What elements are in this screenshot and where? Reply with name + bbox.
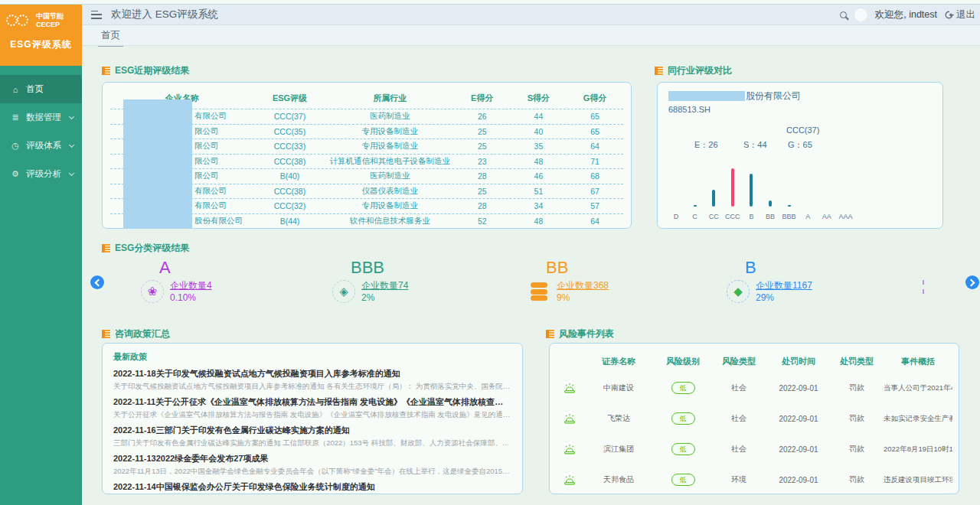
cell: 57 bbox=[567, 201, 623, 210]
cell: 25 bbox=[454, 142, 511, 151]
search-icon[interactable] bbox=[840, 11, 847, 18]
cell: CCC(35) bbox=[254, 127, 326, 136]
news-item-title[interactable]: 2022-11-11关于公开征求《企业温室气体排放核算方法与报告指南 发电设施》… bbox=[113, 396, 511, 407]
database-icon bbox=[531, 282, 547, 301]
hamburger-icon[interactable] bbox=[91, 11, 102, 19]
company-count-link[interactable]: 企业数量74 bbox=[361, 279, 408, 292]
cell: 医药制造业 bbox=[325, 171, 454, 181]
sidebar-item-label: 评级体系 bbox=[26, 140, 61, 152]
recent-ratings-title: ESG近期评级结果 bbox=[102, 64, 189, 77]
risk-type: 社会 bbox=[712, 444, 766, 454]
company-count-link[interactable]: 企业数量1167 bbox=[756, 279, 812, 292]
penalty-date: 2022-09-01 bbox=[766, 476, 831, 484]
card-texts: 企业数量116729% bbox=[756, 279, 812, 304]
cell: B(40) bbox=[254, 171, 326, 181]
risk-event-row[interactable]: 天邦食品低环境2022-09-01罚款违反建设项目竣工环境保护验收制度 bbox=[556, 464, 952, 494]
cell: 67 bbox=[567, 187, 623, 196]
cell: B(44) bbox=[254, 217, 326, 226]
cell: 软件和信息技术服务业 bbox=[325, 216, 454, 226]
sidebar-item-home[interactable]: ⌂首页 bbox=[0, 75, 82, 103]
card-texts: 企业数量3689% bbox=[557, 279, 609, 304]
section-grid-icon bbox=[546, 330, 554, 338]
risk-level: 低 bbox=[654, 474, 712, 486]
chevron-down-icon bbox=[69, 114, 74, 119]
cell: CCC(33) bbox=[254, 142, 326, 151]
siren-icon bbox=[556, 413, 583, 425]
penalty-type: 罚款 bbox=[831, 413, 882, 424]
siren-icon bbox=[556, 474, 583, 486]
cell: 40 bbox=[511, 127, 567, 136]
cell: 52 bbox=[454, 217, 511, 226]
sidebar: 中国节能CECEP ESG评级系统 ⌂首页≣数据管理◷评级体系⚙评级分析 bbox=[0, 5, 82, 505]
card-row: 企业数量3689% bbox=[528, 279, 678, 304]
news-list: 2022-11-18关于印发气候投融资试点地方气候投融资项目入库参考标准的通知关… bbox=[113, 368, 511, 492]
clock-icon: ◷ bbox=[9, 141, 21, 151]
database-icon bbox=[528, 280, 550, 303]
bar-BB bbox=[769, 200, 772, 207]
category-results-title: ESG分类评级结果 bbox=[102, 242, 189, 255]
category-card-A: A❀企业数量40.10% bbox=[115, 259, 291, 304]
grade-label: B bbox=[745, 259, 877, 277]
company-count-link[interactable]: 企业数量368 bbox=[557, 279, 609, 292]
cell: 65 bbox=[567, 127, 623, 136]
section-grid-icon bbox=[102, 67, 110, 75]
risk-level-badge: 低 bbox=[671, 443, 695, 455]
category-card-BBB: BBB◈企业数量742% bbox=[306, 259, 482, 304]
cell: 26 bbox=[454, 112, 511, 121]
penalty-type: 罚款 bbox=[831, 474, 882, 485]
event-summary: 违反建设项目竣工环境保护验收制度 bbox=[882, 475, 952, 485]
grade-label: BB bbox=[546, 259, 678, 277]
risk-level: 低 bbox=[654, 412, 712, 425]
penalty-type: 罚款 bbox=[831, 444, 882, 454]
risk-event-row[interactable]: 滨江集团低社会2022-09-01罚款2022年8月19日10时10分:使用机动… bbox=[556, 434, 952, 464]
card-texts: 企业数量742% bbox=[361, 279, 408, 304]
bar-B bbox=[750, 174, 753, 207]
brand-block: 中国节能CECEP ESG评级系统 bbox=[0, 5, 82, 66]
breadcrumb-bar: 首页 bbox=[82, 25, 980, 46]
news-item-title[interactable]: 2022-11-14中国银保监会办公厅关于印发绿色保险业务统计制度的通知 bbox=[113, 481, 511, 492]
carousel-prev-button[interactable] bbox=[90, 275, 104, 289]
risk-event-row[interactable]: 飞荣达低社会2022-09-01罚款未如实记录安全生产教育和培训情况 bbox=[556, 403, 952, 434]
avatar[interactable] bbox=[854, 8, 868, 22]
cell: 计算机通信和其他电子设备制造业 bbox=[325, 156, 454, 167]
cell: 64 bbox=[567, 142, 623, 151]
home-icon: ⌂ bbox=[9, 85, 21, 94]
news-item-title[interactable]: 2022-11-18关于印发气候投融资试点地方气候投融资项目入库参考标准的通知 bbox=[113, 368, 511, 379]
cell: 专用设备制造业 bbox=[325, 200, 454, 211]
cell: 34 bbox=[511, 201, 567, 210]
column-header: G得分 bbox=[567, 93, 623, 104]
sidebar-item-label: 首页 bbox=[26, 83, 44, 95]
sidebar-item-system[interactable]: ◷评级体系 bbox=[0, 132, 82, 160]
cell: 65 bbox=[567, 112, 623, 121]
logout-button[interactable]: 退出 bbox=[944, 8, 975, 21]
cell: CCC(38) bbox=[254, 187, 326, 196]
news-item-title[interactable]: 2022-11-16三部门关于印发有色金属行业碳达峰实施方案的通知 bbox=[113, 425, 511, 435]
percent-label: 0.10% bbox=[170, 292, 212, 304]
security-name: 中南建设 bbox=[583, 383, 654, 393]
bar-CC bbox=[712, 190, 715, 207]
carousel-next-button[interactable] bbox=[965, 275, 979, 289]
chevron-down-icon bbox=[69, 142, 74, 148]
section-grid-icon bbox=[102, 244, 110, 252]
topbar: 欢迎进入 ESG评级系统 欢迎您, indtest 退出 bbox=[82, 5, 980, 25]
column-header: E得分 bbox=[454, 93, 511, 104]
risk-event-row[interactable]: 中南建设低社会2022-09-01罚款当事人公司于2021年4月1日、在未... bbox=[556, 373, 952, 403]
sidebar-item-analysis[interactable]: ⚙评级分析 bbox=[0, 160, 82, 188]
penalty-type: 罚款 bbox=[831, 383, 882, 393]
category-card-B: B◆企业数量116729% bbox=[701, 259, 877, 304]
sidebar-nav: ⌂首页≣数据管理◷评级体系⚙评级分析 bbox=[0, 75, 82, 188]
breadcrumb[interactable]: 首页 bbox=[98, 29, 123, 47]
recent-ratings-panel: 企业名称ESG评级所属行业E得分S得分G得分 有限公司CCC(37)医药制造业2… bbox=[102, 82, 632, 229]
news-item-title[interactable]: 2022-11-132022绿金委年会发布27项成果 bbox=[113, 453, 511, 464]
column-header: 处罚时间 bbox=[766, 356, 831, 367]
bar-slot bbox=[778, 205, 801, 207]
card-texts: 企业数量40.10% bbox=[170, 279, 212, 304]
risk-level: 低 bbox=[654, 382, 712, 394]
brand-name: 中国节能CECEP bbox=[36, 12, 64, 29]
company-count-link[interactable]: 企业数量4 bbox=[170, 279, 212, 292]
cell: 46 bbox=[511, 171, 567, 181]
sidebar-item-data[interactable]: ≣数据管理 bbox=[0, 103, 82, 132]
bar-C bbox=[694, 205, 697, 207]
policy-news-title: 咨询政策汇总 bbox=[102, 327, 170, 340]
cell: 专用设备制造业 bbox=[325, 141, 454, 152]
